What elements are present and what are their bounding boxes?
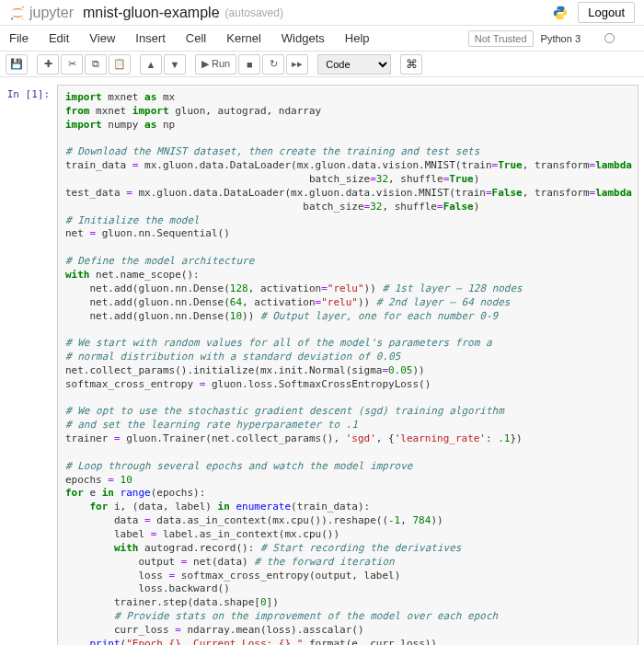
toolbar: 💾 ✚ ✂ ⧉ 📋 ▲ ▼ ▶ Run ■ ↻ ▸▸ Code ⌘ [0, 52, 644, 77]
menu-file[interactable]: File [9, 31, 29, 45]
header: jupyter mnist-gluon-example (autosaved) … [0, 0, 644, 26]
logo-text: jupyter [29, 5, 74, 21]
command-palette-button[interactable]: ⌘ [400, 54, 422, 75]
menu-help[interactable]: Help [345, 31, 370, 45]
restart-run-all-button[interactable]: ▸▸ [286, 54, 308, 75]
cell-type-select[interactable]: Code [317, 54, 391, 75]
kernel-status-icon [604, 33, 615, 43]
notebook-title[interactable]: mnist-gluon-example [83, 5, 220, 21]
svg-point-0 [22, 6, 24, 7]
python-icon [552, 5, 569, 21]
menu-kernel[interactable]: Kernel [226, 31, 261, 45]
menu-bar: File Edit View Insert Cell Kernel Widget… [0, 26, 644, 52]
svg-point-1 [11, 17, 13, 19]
trust-badge[interactable]: Not Trusted [468, 30, 534, 47]
copy-button[interactable]: ⧉ [85, 54, 107, 75]
move-up-button[interactable]: ▲ [140, 54, 162, 75]
jupyter-logo[interactable]: jupyter [9, 5, 74, 21]
menu-edit[interactable]: Edit [49, 31, 69, 45]
interrupt-button[interactable]: ■ [238, 54, 260, 75]
input-prompt: In [1]: [0, 85, 57, 645]
menu-widgets[interactable]: Widgets [282, 31, 325, 45]
paste-button[interactable]: 📋 [109, 54, 131, 75]
code-cell[interactable]: In [1]: import mxnet as mx from mxnet im… [0, 85, 644, 645]
move-down-button[interactable]: ▼ [164, 54, 186, 75]
menu-cell[interactable]: Cell [186, 31, 206, 45]
run-button[interactable]: ▶ Run [195, 54, 236, 75]
save-button[interactable]: 💾 [6, 54, 28, 75]
restart-button[interactable]: ↻ [262, 54, 284, 75]
notebook-area: In [1]: import mxnet as mx from mxnet im… [0, 77, 644, 645]
add-cell-button[interactable]: ✚ [37, 54, 59, 75]
svg-point-2 [22, 17, 23, 18]
autosave-status: (autosaved) [225, 6, 283, 19]
logout-button[interactable]: Logout [578, 2, 635, 23]
kernel-indicator: Python 3 [541, 33, 635, 44]
cut-button[interactable]: ✂ [61, 54, 83, 75]
jupyter-icon [9, 5, 26, 21]
code-input[interactable]: import mxnet as mx from mxnet import glu… [57, 85, 638, 645]
kernel-name: Python 3 [541, 33, 581, 44]
menu-insert[interactable]: Insert [135, 31, 166, 45]
menu-view[interactable]: View [89, 31, 115, 45]
